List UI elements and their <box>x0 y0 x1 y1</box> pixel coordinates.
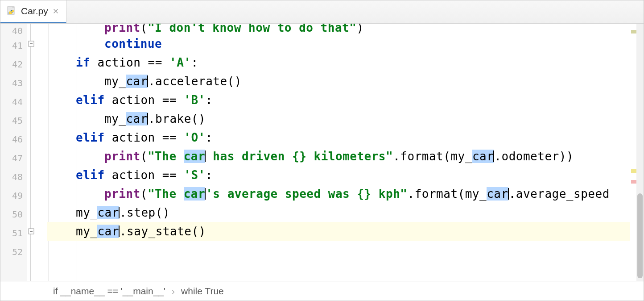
tab-filename: Car.py <box>21 6 48 17</box>
code-line[interactable]: print("The car's average speed was {} kp… <box>47 184 630 203</box>
line-number: 42 <box>0 55 27 74</box>
code-line[interactable]: elif action == 'B': <box>47 91 630 109</box>
editor: 40414243444546474849505152 print("I don'… <box>0 24 644 281</box>
line-number: 50 <box>0 205 27 224</box>
marker-strip[interactable] <box>630 24 636 281</box>
editor-frame: Car.py 40414243444546474849505152 print(… <box>0 0 644 301</box>
svg-point-1 <box>10 10 11 11</box>
code-line[interactable]: my_car.step() <box>47 203 630 222</box>
line-number: 51 <box>0 224 27 242</box>
line-number: 41 <box>0 36 27 55</box>
code-line[interactable]: elif action == 'O': <box>47 128 630 147</box>
scrollbar-thumb[interactable] <box>637 193 643 278</box>
code-line[interactable] <box>47 241 630 259</box>
fold-end-icon[interactable] <box>28 228 34 234</box>
code-line[interactable]: print("I don't know how to do that") <box>47 24 630 34</box>
close-icon[interactable] <box>52 7 60 15</box>
code-line[interactable]: continue <box>47 34 630 53</box>
line-number: 47 <box>0 149 27 167</box>
code-line[interactable]: my_car.brake() <box>47 109 630 128</box>
breadcrumb[interactable]: if __name__ == '__main__' › while True <box>0 281 644 301</box>
code-line[interactable]: my_car.say_state() <box>47 222 630 241</box>
line-number: 49 <box>0 186 27 205</box>
fold-column <box>27 24 47 281</box>
line-number: 46 <box>0 130 27 149</box>
warn-marker[interactable] <box>631 169 636 173</box>
file-tab[interactable]: Car.py <box>0 0 66 23</box>
code-line[interactable]: if action == 'A': <box>47 53 630 72</box>
line-number: 44 <box>0 92 27 111</box>
code-line[interactable]: elif action == 'S': <box>47 166 630 184</box>
line-number: 48 <box>0 167 27 186</box>
code-line[interactable]: my_car.accelerate() <box>47 72 630 91</box>
line-number: 52 <box>0 242 27 261</box>
line-number-gutter: 40414243444546474849505152 <box>0 24 27 281</box>
code-area[interactable]: print("I don't know how to do that")cont… <box>47 24 630 281</box>
info-marker[interactable] <box>631 30 636 33</box>
code-line[interactable]: print("The car has driven {} kilometers"… <box>47 147 630 166</box>
line-number: 45 <box>0 111 27 130</box>
python-file-icon <box>7 6 17 17</box>
line-number: 40 <box>0 25 27 36</box>
vertical-scrollbar[interactable] <box>636 24 644 281</box>
line-number: 43 <box>0 74 27 92</box>
breadcrumb-item[interactable]: if __name__ == '__main__' <box>53 286 165 297</box>
fold-collapse-icon[interactable] <box>28 41 34 47</box>
breadcrumb-item[interactable]: while True <box>181 286 224 297</box>
err-marker[interactable] <box>631 180 636 184</box>
chevron-right-icon: › <box>172 286 175 297</box>
tab-bar: Car.py <box>0 0 644 24</box>
